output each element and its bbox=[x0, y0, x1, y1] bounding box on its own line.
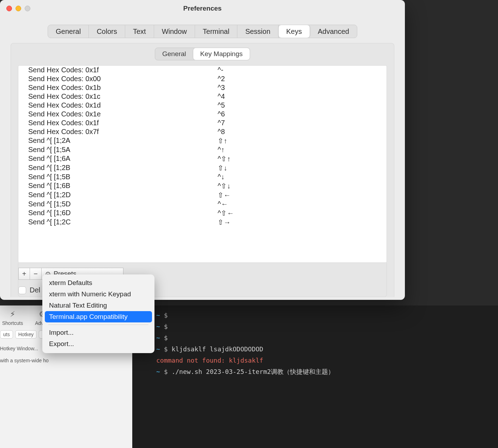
preset-item-terminal-app-compatibility[interactable]: Terminal.app Compatibility bbox=[45, 311, 152, 322]
mapping-action: Send ^[ [1;6D bbox=[18, 209, 214, 217]
mapping-shortcut: ^4 bbox=[214, 92, 387, 101]
preset-export[interactable]: Export... bbox=[45, 338, 152, 350]
mapping-shortcut: ⇧→ bbox=[214, 218, 387, 226]
sub-tabs: GeneralKey Mappings bbox=[155, 48, 250, 60]
key-mappings-table[interactable]: Send Hex Codes: 0x1f^-Send Hex Codes: 0x… bbox=[18, 65, 387, 263]
delete-checkbox[interactable] bbox=[18, 286, 26, 294]
table-row[interactable]: Send Hex Codes: 0x1b^3 bbox=[18, 83, 387, 92]
tab-colors[interactable]: Colors bbox=[89, 25, 125, 38]
mapping-shortcut: ^7 bbox=[214, 119, 387, 127]
mapping-action: Send ^[ [1;2C bbox=[18, 218, 214, 226]
top-tabs: GeneralColorsTextWindowTerminalSessionKe… bbox=[0, 17, 405, 38]
tab-advanced[interactable]: Advanced bbox=[310, 25, 357, 38]
terminal-window[interactable]: ~ $ ~ $ ~ $ ~ $ kljdsaklf lsajdkODODODOD… bbox=[132, 305, 498, 448]
mapping-shortcut: ^6 bbox=[214, 110, 387, 118]
mapping-action: Send Hex Codes: 0x1e bbox=[18, 110, 214, 118]
table-row[interactable]: Send ^[ [1;2D⇧← bbox=[18, 190, 387, 200]
pill-partial[interactable]: uts bbox=[0, 330, 13, 339]
shortcuts-label: Shortcuts bbox=[2, 320, 23, 326]
table-row[interactable]: Send Hex Codes: 0x7f^8 bbox=[18, 127, 387, 136]
mapping-shortcut: ⇧← bbox=[214, 191, 387, 199]
mapping-action: Send Hex Codes: 0x1f bbox=[18, 66, 214, 74]
preset-item-xterm-defaults[interactable]: xterm Defaults bbox=[45, 277, 152, 289]
remove-button[interactable]: − bbox=[30, 268, 42, 280]
subtab-general[interactable]: General bbox=[155, 48, 193, 60]
mapping-shortcut: ^2 bbox=[214, 75, 387, 83]
mapping-action: Send ^[ [1;6A bbox=[18, 155, 214, 163]
shortcuts-section[interactable]: ⚡︎ Shortcuts bbox=[2, 309, 23, 326]
table-row[interactable]: Send ^[ [1;5B^↓ bbox=[18, 172, 387, 181]
tab-session[interactable]: Session bbox=[237, 25, 278, 38]
menu-separator bbox=[48, 325, 148, 325]
mapping-shortcut: ⇧↓ bbox=[214, 164, 387, 172]
mapping-action: Send Hex Codes: 0x1b bbox=[18, 84, 214, 92]
close-icon[interactable] bbox=[6, 6, 12, 11]
preset-import[interactable]: Import... bbox=[45, 327, 152, 338]
tab-text[interactable]: Text bbox=[125, 25, 154, 38]
add-button[interactable]: + bbox=[18, 268, 30, 280]
window-title: Preferences bbox=[183, 5, 222, 12]
mapping-shortcut: ^⇧↓ bbox=[214, 182, 387, 190]
table-row[interactable]: Send ^[ [1;6B^⇧↓ bbox=[18, 181, 387, 190]
table-row[interactable]: Send ^[ [1;2B⇧↓ bbox=[18, 163, 387, 172]
table-row[interactable]: Send ^[ [1;2C⇧→ bbox=[18, 218, 387, 227]
tab-keys[interactable]: Keys bbox=[279, 25, 310, 38]
mapping-shortcut: ^⇧← bbox=[214, 209, 387, 217]
mapping-action: Send Hex Codes: 0x1d bbox=[18, 101, 214, 109]
mapping-action: Send ^[ [1;5D bbox=[18, 200, 214, 208]
minimize-icon[interactable] bbox=[16, 6, 21, 11]
zoom-icon bbox=[25, 6, 30, 11]
table-row[interactable]: Send Hex Codes: 0x1f^- bbox=[18, 66, 387, 74]
mapping-action: Send Hex Codes: 0x1c bbox=[18, 92, 214, 101]
tab-general[interactable]: General bbox=[48, 25, 89, 38]
preferences-window: Preferences GeneralColorsTextWindowTermi… bbox=[0, 0, 405, 300]
mapping-action: Send Hex Codes: 0x1f bbox=[18, 119, 214, 127]
delete-checkbox-label-partial: Del bbox=[30, 286, 40, 294]
mapping-shortcut: ^3 bbox=[214, 84, 387, 92]
preset-item-natural-text-editing[interactable]: Natural Text Editing bbox=[45, 300, 152, 311]
table-row[interactable]: Send Hex Codes: 0x00^2 bbox=[18, 74, 387, 83]
mapping-shortcut: ^5 bbox=[214, 101, 387, 109]
mapping-action: Send ^[ [1;2A bbox=[18, 137, 214, 145]
table-row[interactable]: Send ^[ [1;5D^← bbox=[18, 200, 387, 208]
table-row[interactable]: Send ^[ [1;2A⇧↑ bbox=[18, 136, 387, 145]
mapping-shortcut: ^↑ bbox=[214, 146, 387, 154]
mapping-action: Send ^[ [1;2B bbox=[18, 164, 214, 172]
mapping-action: Send ^[ [1;5A bbox=[18, 146, 214, 154]
pill-hotkey[interactable]: Hotkey bbox=[15, 330, 37, 339]
mapping-shortcut: ^← bbox=[214, 200, 387, 208]
subtab-key-mappings[interactable]: Key Mappings bbox=[193, 48, 250, 60]
mapping-shortcut: ^⇧↑ bbox=[214, 155, 387, 163]
mapping-shortcut: ^- bbox=[214, 66, 387, 74]
titlebar: Preferences bbox=[0, 0, 405, 17]
mapping-action: Send Hex Codes: 0x7f bbox=[18, 128, 214, 136]
tab-terminal[interactable]: Terminal bbox=[195, 25, 238, 38]
table-row[interactable]: Send ^[ [1;6A^⇧↑ bbox=[18, 154, 387, 163]
preset-item-xterm-with-numeric-keypad[interactable]: xterm with Numeric Keypad bbox=[45, 289, 152, 300]
table-row[interactable]: Send Hex Codes: 0x1e^6 bbox=[18, 110, 387, 119]
table-row[interactable]: Send Hex Codes: 0x1d^5 bbox=[18, 101, 387, 110]
systemwide-text: with a system-wide ho bbox=[0, 351, 155, 363]
bolt-icon: ⚡︎ bbox=[7, 309, 18, 320]
table-row[interactable]: Send Hex Codes: 0x1c^4 bbox=[18, 92, 387, 101]
mapping-action: Send ^[ [1;6B bbox=[18, 182, 214, 190]
sub-area: GeneralKey Mappings Send Hex Codes: 0x1f… bbox=[11, 43, 394, 297]
mapping-shortcut: ^8 bbox=[214, 128, 387, 136]
table-row[interactable]: Send Hex Codes: 0x1f^7 bbox=[18, 119, 387, 127]
mapping-action: Send Hex Codes: 0x00 bbox=[18, 75, 214, 83]
presets-menu: xterm Defaultsxterm with Numeric KeypadN… bbox=[42, 274, 154, 353]
table-row[interactable]: Send ^[ [1;6D^⇧← bbox=[18, 208, 387, 218]
table-row[interactable]: Send ^[ [1;5A^↑ bbox=[18, 145, 387, 154]
tab-window[interactable]: Window bbox=[154, 25, 195, 38]
mapping-shortcut: ^↓ bbox=[214, 173, 387, 181]
mapping-action: Send ^[ [1;5B bbox=[18, 173, 214, 181]
mapping-action: Send ^[ [1;2D bbox=[18, 191, 214, 199]
mapping-shortcut: ⇧↑ bbox=[214, 137, 387, 145]
